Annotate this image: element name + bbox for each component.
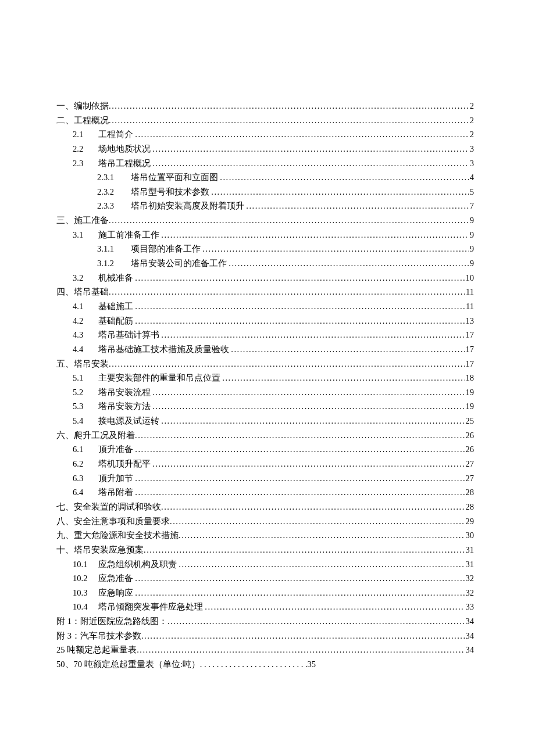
toc-title: 九、重大危险源和安全技术措施 — [56, 531, 179, 540]
toc-entry-label: 附 1：附近医院应急路线图： — [56, 614, 167, 629]
toc-leader — [179, 557, 464, 572]
toc-entry-label: 一、编制依据 — [56, 99, 109, 113]
toc-entry-label: 6.4 塔吊附着 — [73, 485, 135, 500]
toc-leader — [205, 600, 464, 614]
toc-page-number: 18 — [465, 371, 475, 385]
toc-entry: 2.2 场地地质状况 3 — [56, 142, 474, 156]
toc-entry: 6.3 顶升加节 27 — [56, 471, 474, 486]
toc-entry: 3.1.1 项目部的准备工作 9 — [56, 242, 474, 256]
toc-page-number: 13 — [465, 314, 475, 328]
toc-title: 塔吊位置平面和立面图 — [131, 173, 218, 182]
toc-leader — [161, 414, 464, 428]
toc-entry-label: 2.1 工程简介 — [73, 127, 135, 142]
toc-leader — [135, 428, 465, 443]
toc-title: 二、工程概况 — [56, 116, 109, 125]
toc-title: 三、施工准备 — [56, 216, 109, 225]
toc-leader — [211, 185, 469, 199]
toc-leader — [109, 285, 465, 299]
toc-entry-label: 2.3.1 塔吊位置平面和立面图 — [97, 170, 220, 185]
toc-page-number: 25 — [465, 414, 475, 428]
toc-title: 附 3：汽车吊技术参数 — [56, 631, 141, 640]
toc-entry-label: 6.1 顶升准备 — [73, 442, 135, 457]
toc-title: 一、编制依据 — [56, 101, 109, 110]
toc-page-number: 9 — [469, 242, 474, 256]
toc-entry: 附 1：附近医院应急路线图：34 — [56, 614, 474, 629]
toc-number: 4.4 — [73, 342, 96, 357]
toc-entry: 4.4 塔吊基础施工技术措施及质量验收 17 — [56, 342, 474, 357]
toc-number: 5.4 — [73, 414, 96, 428]
toc-entry-label: 2.3.3 塔吊初始安装高度及附着顶升 — [97, 199, 246, 213]
toc-title: 附 1：附近医院应急路线图： — [56, 617, 167, 626]
toc-entry-label: 6.2 塔机顶升配平 — [73, 457, 152, 471]
toc-entry-label: 10.3 应急响应 — [73, 586, 135, 600]
toc-entry: 2.3 塔吊工程概况 3 — [56, 156, 474, 171]
toc-title: 七、安全装置的调试和验收 — [56, 502, 161, 511]
toc-leader — [109, 113, 469, 128]
toc-page-number: 9 — [469, 213, 474, 228]
toc-leader — [135, 485, 464, 500]
toc-leader — [170, 514, 465, 529]
toc-title: 塔吊安装公司的准备工作 — [131, 259, 227, 268]
toc-page-number: 7 — [469, 199, 474, 213]
toc-entry-label: 10.1 应急组织机构及职责 — [73, 557, 179, 572]
toc-entry-label: 七、安全装置的调试和验收 — [56, 500, 161, 514]
toc-page-number: 11 — [465, 299, 474, 314]
toc-entry: 4.1 基础施工 11 — [56, 299, 474, 314]
toc-entry-label: 五、塔吊安装 — [56, 357, 109, 371]
toc-leader — [135, 299, 465, 314]
toc-leader — [109, 99, 469, 113]
toc-entry: 6.2 塔机顶升配平 27 — [56, 457, 474, 471]
toc-entry-label: 5.2 塔吊安装流程 — [73, 385, 152, 400]
toc-number: 6.2 — [73, 457, 96, 471]
toc-entry: 四、塔吊基础11 — [56, 285, 474, 299]
toc-title: 顶升准备 — [98, 445, 133, 454]
toc-page-number: 2 — [469, 99, 474, 113]
toc-number: 10.3 — [73, 586, 96, 600]
toc-number: 5.1 — [73, 371, 96, 385]
toc-number: 3.2 — [73, 271, 96, 285]
toc-title: 应急响应 — [98, 588, 133, 597]
toc-page-number: 35 — [308, 657, 316, 672]
toc-entry: 六、爬升工况及附着26 — [56, 428, 474, 443]
toc-page-number: 31 — [465, 557, 475, 572]
toc-page-number: 28 — [465, 500, 475, 514]
toc-entry: 九、重大危险源和安全技术措施30 — [56, 528, 474, 543]
toc-page-number: 2 — [469, 113, 474, 128]
toc-entry: 二、工程概况2 — [56, 113, 474, 128]
toc-leader — [144, 543, 465, 557]
toc-page-number: 3 — [469, 142, 474, 156]
toc-leader — [152, 142, 469, 156]
table-of-contents: 一、编制依据2二、工程概况22.1 工程简介 22.2 场地地质状况 32.3 … — [56, 99, 474, 672]
toc-leader — [109, 213, 469, 228]
toc-entry-label: 50、70 吨额定总起重量表（单位:吨） — [56, 657, 200, 672]
toc-entry-label: 九、重大危险源和安全技术措施 — [56, 528, 179, 543]
toc-entry: 10.4 塔吊倾翻突发事件应急处理 33 — [56, 600, 474, 614]
toc-entry: 七、安全装置的调试和验收28 — [56, 500, 474, 514]
toc-number: 2.2 — [73, 142, 96, 156]
toc-entry-label: 三、施工准备 — [56, 213, 109, 228]
toc-entry: 5.3 塔吊安装方法 19 — [56, 399, 474, 414]
toc-title: 塔吊型号和技术参数 — [131, 187, 209, 196]
toc-number: 2.3 — [73, 156, 96, 171]
toc-leader — [161, 328, 464, 342]
toc-title: 塔吊倾翻突发事件应急处理 — [98, 602, 203, 611]
toc-number: 10.4 — [73, 600, 96, 614]
toc-page-number: 26 — [465, 442, 475, 457]
toc-page-number: 9 — [469, 228, 474, 242]
toc-leader — [229, 256, 469, 271]
toc-number: 2.3.3 — [97, 199, 129, 213]
toc-entry-label: 3.1 施工前准备工作 — [73, 228, 161, 242]
toc-number: 4.3 — [73, 328, 96, 342]
toc-page: 一、编制依据2二、工程概况22.1 工程简介 22.2 场地地质状况 32.3 … — [0, 0, 535, 756]
toc-entry: 五、塔吊安装17 — [56, 357, 474, 371]
toc-page-number: 33 — [465, 600, 475, 614]
toc-number: 5.3 — [73, 399, 96, 414]
toc-leader — [135, 442, 464, 457]
toc-page-number: 30 — [465, 528, 475, 543]
toc-title: 塔吊工程概况 — [98, 159, 151, 168]
toc-entry: 25 吨额定总起重量表34 — [56, 643, 474, 657]
toc-title: 六、爬升工况及附着 — [56, 431, 135, 440]
toc-entry-label: 10.4 塔吊倾翻突发事件应急处理 — [73, 600, 205, 614]
toc-entry-label: 3.2 机械准备 — [73, 271, 135, 285]
toc-entry-label: 四、塔吊基础 — [56, 285, 109, 299]
